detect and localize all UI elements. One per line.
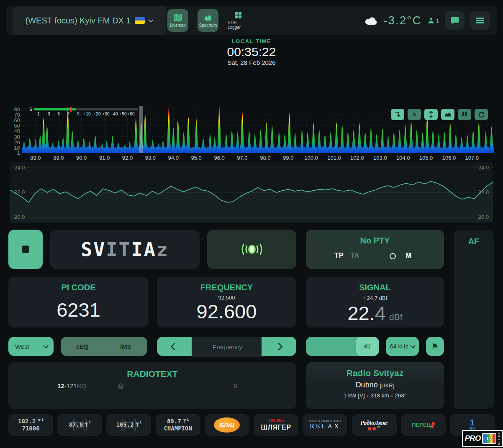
- station-name: Radio Svityaz: [306, 368, 444, 378]
- sig-ymin-left: 20.0: [14, 214, 25, 220]
- spectrum-x-tick: 95.0: [187, 155, 205, 161]
- chevron-down-icon: [43, 343, 49, 348]
- protv-pro-text: PRO: [465, 434, 480, 443]
- station-card[interactable]: ПЕРЕЦ: [401, 414, 446, 436]
- volume-slider-handle[interactable]: [356, 337, 379, 356]
- station-card[interactable]: 102.2171006: [8, 414, 53, 436]
- nav-rds-logger-label: RDS Logger: [228, 20, 249, 30]
- cherries-icon: [368, 427, 380, 430]
- station-card[interactable]: легке та спокійне радіоRELAX: [303, 414, 347, 436]
- chat-icon: [451, 17, 459, 25]
- chat-button[interactable]: [445, 11, 465, 30]
- ps-char: z: [157, 238, 169, 261]
- s-meter-peak-tick: [70, 107, 72, 112]
- local-time-label: LOCAL TIME: [0, 38, 503, 44]
- s-meter-tick: +30: [103, 112, 110, 116]
- spectrum-x-tick: 92.0: [118, 155, 136, 161]
- ps-char: T: [118, 238, 131, 261]
- menu-button[interactable]: [470, 11, 490, 30]
- map-icon: [174, 14, 182, 21]
- signal-history-graph: 24.0 22.0 20.0 24.0 22.0 20.0: [10, 162, 493, 223]
- blitz-logo: БЛіЦ: [214, 417, 240, 433]
- server-title-dropdown[interactable]: (WEST focus) Kyiv FM DX 1: [13, 6, 166, 35]
- local-time-block: LOCAL TIME 00:35:22 Sat, 28 Feb 2026: [0, 38, 503, 66]
- ps-char: I: [106, 238, 118, 261]
- perets-logo: ПЕРЕЦ: [412, 422, 434, 428]
- ps-char: A: [144, 238, 157, 261]
- spectrum-x-tick: 104.0: [394, 155, 412, 161]
- scroll-down-button[interactable]: [391, 109, 404, 120]
- pause-icon: [462, 111, 467, 118]
- vertical-zoom-button[interactable]: [424, 109, 438, 120]
- signal-unit: dBf: [389, 312, 403, 322]
- sig-ymid-right: 22.0: [478, 189, 489, 195]
- station-card[interactable]: 105.21: [106, 414, 151, 436]
- arrows-up-down-icon: [429, 111, 434, 118]
- spectrum-x-tick: 106.0: [440, 155, 458, 161]
- spectrum-graph[interactable]: 80706050403020101 S 13579+10+20+3: [0, 104, 503, 162]
- autoscale-button[interactable]: A: [408, 109, 421, 120]
- station-details: 1 kW [V]▪318 km▪268°: [306, 392, 444, 399]
- s-meter-bar: [34, 108, 138, 110]
- ta-flag: TA: [350, 251, 359, 260]
- band-select-value: West: [15, 343, 29, 350]
- tune-down-button[interactable]: [157, 337, 192, 356]
- tune-up-button[interactable]: [262, 337, 296, 356]
- station-card-line1: 105.21: [116, 421, 141, 429]
- signal-value-dec: 4: [375, 302, 386, 324]
- nav-rds-logger-button[interactable]: RDS Logger: [228, 9, 249, 32]
- volume-slider[interactable]: [306, 337, 379, 356]
- antenna-count: 1: [187, 418, 189, 422]
- s-meter-tick: 3: [48, 112, 50, 116]
- temperature-value: -3.2°C: [383, 14, 422, 27]
- eq-label: cEQ: [76, 343, 89, 350]
- radio-lux-logo: РадіоЛюкс: [360, 420, 388, 427]
- station-city: Dubno: [356, 381, 378, 389]
- station-card-line1: 102.21: [18, 418, 44, 425]
- chevron-left-icon: [170, 343, 178, 350]
- local-time-value: 00:35:22: [0, 45, 503, 59]
- spectrum-x-tick: 103.0: [371, 155, 389, 161]
- station-card[interactable]: 89.71CHAMPION: [156, 414, 200, 436]
- chevron-down-icon: [149, 17, 154, 23]
- ims-label: iMS: [120, 343, 131, 350]
- band-select[interactable]: West: [8, 337, 54, 356]
- pepper-icon: [431, 422, 435, 428]
- station-card[interactable]: 101.9fmШЛЯГЕР: [254, 414, 298, 436]
- frequency-input[interactable]: [192, 337, 263, 357]
- rt-seg-bold: 12: [57, 382, 64, 389]
- antenna-icon: [136, 422, 139, 427]
- graph-style-button[interactable]: [441, 109, 454, 120]
- arrow-up-icon: ↑: [363, 295, 366, 301]
- spectrum-x-tick: 94.0: [164, 155, 182, 161]
- pi-code-panel: PI CODE 6231: [8, 277, 149, 328]
- antenna-count: 1: [41, 418, 44, 422]
- station-card[interactable]: 87.81: [57, 414, 102, 436]
- eq-ims-toggle: cEQ iMS: [61, 337, 147, 356]
- signal-peak-value: 24.7 dBf: [367, 295, 387, 301]
- rt-seg-at: @: [118, 382, 124, 389]
- server-title: (WEST focus) Kyiv FM DX 1: [26, 16, 131, 26]
- play-stop-button[interactable]: [8, 230, 43, 269]
- antenna-marker: 1: [83, 421, 91, 428]
- eq-toggle-button[interactable]: cEQ: [61, 337, 104, 356]
- station-card[interactable]: РадіоЛюкс: [352, 414, 397, 436]
- nav-livemap-button[interactable]: Livemap: [167, 9, 188, 32]
- nav-spectrum-button[interactable]: Spectrum: [198, 9, 218, 32]
- letter-a-icon: A: [412, 111, 416, 118]
- report-flag-button[interactable]: ⚑: [426, 337, 444, 356]
- refresh-button[interactable]: [475, 109, 488, 120]
- protv-net-text: NET.UA: [498, 432, 500, 445]
- pause-button[interactable]: [458, 109, 471, 120]
- tuned-frequency-marker[interactable]: [139, 106, 143, 153]
- signal-peak: ↑ 24.7 dBf: [306, 295, 444, 301]
- s-meter-tick: +50: [120, 112, 127, 116]
- spectrum-x-tick: 88.0: [26, 155, 45, 161]
- bandwidth-select[interactable]: 64 kHz: [386, 337, 419, 356]
- antenna-count: 1: [89, 422, 91, 425]
- spectrum-x-tick: 101.0: [325, 155, 344, 161]
- spectrum-x-tick: 99.0: [279, 155, 298, 161]
- ims-toggle-button[interactable]: iMS: [104, 337, 148, 356]
- station-card[interactable]: БЛіЦ: [205, 414, 249, 436]
- bandwidth-value: 64 kHz: [390, 343, 408, 350]
